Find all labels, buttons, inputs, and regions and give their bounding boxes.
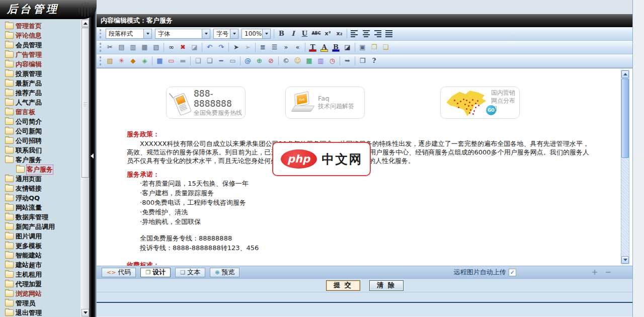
bring-forward-button[interactable]: ❐ — [369, 42, 379, 52]
calendar-button[interactable]: ▥ — [315, 56, 326, 66]
sidebar-item[interactable]: 网站流量 — [1, 203, 80, 212]
scroll-up-icon[interactable] — [82, 20, 89, 27]
undo-button[interactable]: ↶ — [204, 42, 215, 52]
insert-code-button[interactable]: ❑ — [193, 56, 203, 66]
world-link-button[interactable]: ⊕ — [254, 56, 265, 66]
submit-button[interactable]: 提 交 — [326, 280, 360, 291]
paragraph-style-select[interactable]: 段落样式 — [106, 29, 152, 39]
sidebar-scrollbar[interactable] — [80, 19, 89, 317]
paste-word-button[interactable]: ▧ — [151, 42, 162, 52]
copyright-button[interactable]: © — [281, 56, 291, 66]
editor-scrollbar-thumb[interactable] — [621, 78, 629, 158]
tab-design[interactable]: ❐设计 — [140, 268, 171, 277]
scroll-down-icon[interactable] — [621, 256, 629, 264]
align-left-button[interactable] — [349, 29, 360, 39]
strikethrough-button[interactable]: ABC — [311, 29, 321, 39]
sidebar-item[interactable]: 代理加盟 — [1, 279, 80, 289]
export-document-button[interactable]: ➥ — [342, 56, 353, 66]
sidebar-item[interactable]: 投票管理 — [1, 69, 80, 78]
bold-button[interactable]: B — [276, 29, 287, 39]
sidebar-item[interactable]: 评论信息 — [1, 31, 80, 40]
text-box-button[interactable]: ▭ — [227, 56, 238, 66]
outdent-button[interactable]: « — [292, 42, 303, 52]
help-button[interactable]: ? — [369, 56, 379, 66]
insert-object-button[interactable]: ❏ — [204, 56, 215, 66]
sidebar-item[interactable]: 新闻产品调用 — [1, 222, 80, 231]
sidebar-item[interactable]: 智能建站 — [1, 251, 80, 260]
remote-upload-checkbox[interactable]: ✓ — [509, 269, 516, 276]
redo-button[interactable]: ↷ — [216, 42, 226, 52]
eraser-button[interactable]: ◪ — [189, 42, 200, 52]
insert-anchor-button[interactable]: ◈ — [139, 56, 150, 66]
emoticon-button[interactable]: ☺ — [292, 56, 303, 66]
select-button[interactable]: ➤ — [231, 42, 242, 52]
sidebar-item[interactable]: 图片调用 — [1, 231, 80, 241]
insert-link-button[interactable]: @ — [243, 56, 253, 66]
spreadsheet-button[interactable]: ▦ — [304, 56, 314, 66]
numbered-list-button[interactable]: ≣ — [258, 42, 268, 52]
font-color-button[interactable]: T — [307, 42, 318, 52]
sidebar-item[interactable]: 数据库管理 — [1, 212, 80, 222]
insert-table-button[interactable]: ▦ — [154, 56, 165, 66]
delete-button[interactable]: ✖ — [178, 42, 188, 52]
sidebar-item[interactable]: 浏览网站 — [1, 289, 80, 298]
sidebar-item[interactable]: 管理员 — [1, 298, 80, 308]
sidebar-item[interactable]: 管理首页 — [1, 21, 80, 31]
font-select[interactable]: 字体 — [155, 29, 210, 39]
sidebar-item[interactable]: 最新产品 — [1, 78, 80, 88]
align-right-button[interactable] — [372, 29, 383, 39]
bold-color-button[interactable]: B — [331, 42, 341, 52]
tab-preview[interactable]: ⊕预览 — [210, 268, 239, 277]
insert-media-button[interactable]: ◆ — [128, 56, 138, 66]
sidebar-item[interactable]: 内容编辑 — [1, 59, 80, 69]
insert-image-button[interactable]: ▧ — [105, 56, 115, 66]
italic-button[interactable]: I — [288, 29, 298, 39]
tab-code[interactable]: <>代码 — [102, 268, 136, 277]
underline-button[interactable]: U — [299, 29, 310, 39]
sidebar-item[interactable]: 人气产品 — [1, 98, 80, 107]
zoom-select[interactable]: 100% — [242, 29, 271, 39]
sidebar-item[interactable]: 联系我们 — [1, 145, 80, 155]
minus-icon[interactable]: − — [605, 269, 611, 276]
sidebar-item[interactable]: 会员管理 — [1, 40, 80, 50]
sidebar-item[interactable]: 推荐产品 — [1, 88, 80, 98]
sidebar-item[interactable]: 主机租用 — [1, 270, 80, 279]
border-button[interactable]: ▣ — [357, 42, 368, 52]
font-size-select[interactable]: 字号 — [213, 29, 238, 39]
copy-button[interactable]: ▤ — [116, 42, 127, 52]
cut-button[interactable]: ✂ — [105, 42, 115, 52]
clear-button[interactable]: 清 除 — [369, 280, 404, 291]
go-button[interactable]: GO — [486, 105, 496, 115]
sidebar-item[interactable]: 公司简介 — [1, 117, 80, 126]
scroll-down-icon[interactable] — [82, 309, 89, 316]
collapse-sidebar-handle[interactable] — [91, 153, 94, 158]
superscript-button[interactable]: x² — [323, 29, 333, 39]
send-backward-button[interactable]: ❏ — [380, 42, 391, 52]
horizontal-rule-button[interactable]: ━ — [216, 56, 226, 66]
sidebar-item[interactable]: 客户服务 — [1, 165, 80, 174]
indent-button[interactable]: » — [281, 42, 291, 52]
sidebar-scrollbar-thumb[interactable] — [82, 28, 89, 178]
plus-icon[interactable]: + — [592, 269, 598, 276]
remove-link-button[interactable]: ⊘ — [266, 56, 276, 66]
subscript-button[interactable]: x₂ — [334, 29, 345, 39]
sidebar-item[interactable]: 留言板 — [1, 107, 80, 117]
paste-text-button[interactable]: ▦ — [139, 42, 150, 52]
sidebar-item[interactable]: 浮动QQ — [1, 193, 80, 203]
maximize-button[interactable]: ❒ — [357, 56, 368, 66]
sidebar-item[interactable]: 友情链接 — [1, 184, 80, 193]
align-center-button[interactable] — [361, 29, 371, 39]
bullet-list-button[interactable]: ☰ — [269, 42, 280, 52]
clock-button[interactable]: ◷ — [327, 56, 338, 66]
align-justify-button[interactable] — [384, 29, 394, 39]
sidebar-item[interactable]: 公司招聘 — [1, 136, 80, 145]
find-button[interactable]: ∞ — [166, 42, 177, 52]
sidebar-item[interactable]: 通用页面 — [1, 174, 80, 184]
sidebar-item[interactable]: 更多模板 — [1, 241, 80, 251]
select-all-button[interactable]: ➢ — [243, 42, 253, 52]
contrast-button[interactable]: ◪ — [342, 42, 353, 52]
editor-canvas[interactable]: 888-8888888 全国免费服务热线 Faq Faq 技术问题解答 国内营销… — [97, 68, 632, 266]
layout-area-button[interactable]: ▭ — [166, 56, 177, 66]
paste-button[interactable]: ▥ — [128, 42, 138, 52]
sidebar-item[interactable]: 公司新闻 — [1, 126, 80, 136]
